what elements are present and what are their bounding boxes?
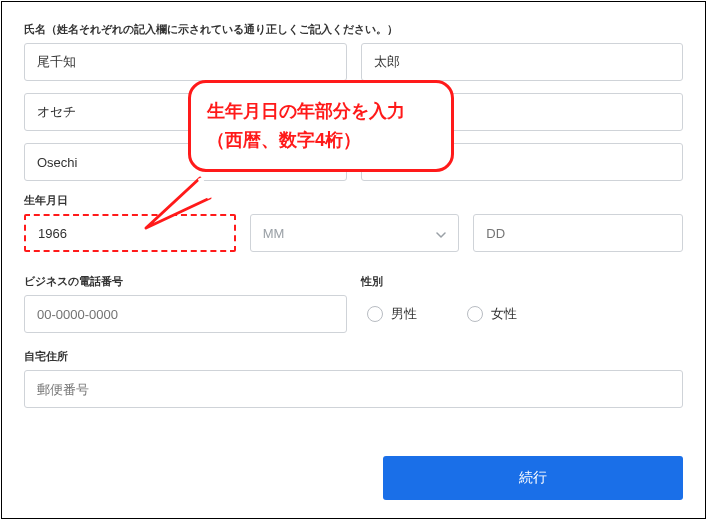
postal-code-input[interactable]	[24, 370, 683, 408]
dob-month-placeholder: MM	[263, 226, 285, 241]
business-phone-label: ビジネスの電話番号	[24, 274, 347, 289]
gender-label: 性別	[361, 274, 684, 289]
gender-female-label: 女性	[491, 305, 517, 323]
last-name-kanji-input[interactable]	[24, 43, 347, 81]
radio-icon	[467, 306, 483, 322]
dob-label: 生年月日	[24, 193, 683, 208]
chevron-down-icon	[436, 228, 446, 238]
callout-line2: （西暦、数字4桁）	[207, 126, 435, 155]
radio-icon	[367, 306, 383, 322]
home-address-label: 自宅住所	[24, 349, 683, 364]
gender-male-radio[interactable]: 男性	[367, 305, 417, 323]
instruction-callout: 生年月日の年部分を入力 （西暦、数字4桁）	[188, 80, 454, 172]
name-section-label: 氏名（姓名それぞれの記入欄に示されている通り正しくご記入ください。）	[24, 22, 683, 37]
business-phone-input[interactable]	[24, 295, 347, 333]
dob-day-input[interactable]	[473, 214, 683, 252]
first-name-kanji-input[interactable]	[361, 43, 684, 81]
continue-button-label: 続行	[519, 469, 547, 487]
gender-female-radio[interactable]: 女性	[467, 305, 517, 323]
continue-button[interactable]: 続行	[383, 456, 683, 500]
callout-tail-icon	[138, 170, 228, 240]
callout-line1: 生年月日の年部分を入力	[207, 97, 435, 126]
dob-month-select[interactable]: MM	[250, 214, 460, 252]
gender-male-label: 男性	[391, 305, 417, 323]
